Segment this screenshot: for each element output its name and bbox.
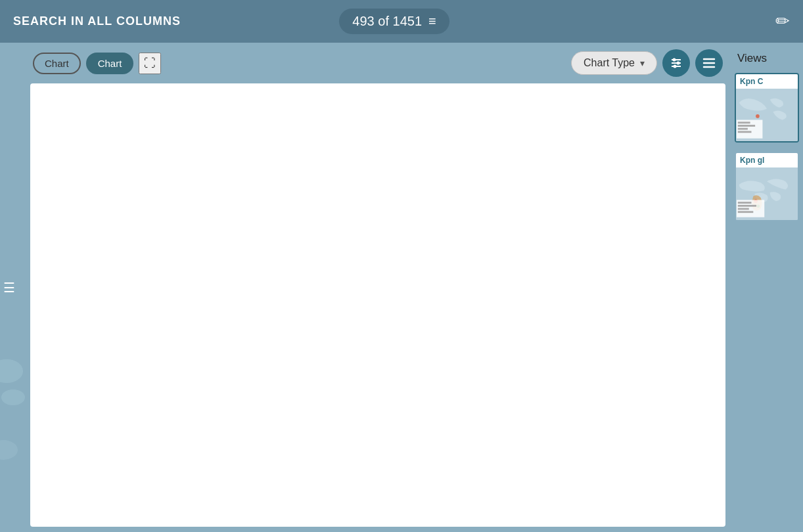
- svg-point-6: [677, 62, 680, 65]
- svg-rect-23: [738, 202, 752, 204]
- svg-rect-26: [738, 211, 754, 213]
- chart-area: [30, 83, 725, 527]
- chevron-down-icon: ▾: [640, 58, 645, 68]
- chart-type-label: Chart Type: [584, 57, 635, 69]
- map-svg-kpn-c: [736, 89, 798, 141]
- chart-tab-filled[interactable]: Chart: [86, 53, 134, 74]
- chart-tab-outline[interactable]: Chart: [33, 53, 81, 74]
- view-card-thumb-kpn-c: [736, 89, 798, 141]
- right-sidebar: Views Kpn C: [731, 43, 803, 532]
- svg-rect-16: [738, 125, 755, 127]
- view-card-thumb-kpn-gl: [736, 167, 798, 220]
- map-svg-kpn-gl: [736, 167, 798, 220]
- record-count: 493 of 1451: [352, 14, 422, 29]
- view-card-title-kpn-gl: Kpn gl: [736, 153, 798, 167]
- svg-rect-25: [738, 208, 749, 210]
- svg-rect-15: [738, 122, 750, 123]
- svg-rect-18: [738, 131, 752, 133]
- view-card-kpn-c[interactable]: Kpn C: [735, 73, 799, 143]
- thumb-map-kpn-c: [736, 89, 798, 141]
- filter-lines-icon[interactable]: ≡: [428, 14, 436, 29]
- expand-icon-button[interactable]: ⛶: [139, 53, 161, 74]
- svg-point-1: [1, 389, 25, 405]
- filter-adjust-button[interactable]: [662, 49, 690, 77]
- header-bar: SEARCH IN ALL COLUMNS 493 of 1451 ≡ ✏: [0, 0, 803, 43]
- sliders-icon: [670, 56, 683, 70]
- view-card-kpn-gl[interactable]: Kpn gl: [735, 152, 799, 221]
- svg-point-4: [673, 58, 676, 62]
- svg-point-8: [674, 65, 677, 68]
- search-label: SEARCH IN ALL COLUMNS: [13, 14, 339, 28]
- svg-point-0: [0, 359, 23, 383]
- view-card-title-kpn-c: Kpn C: [736, 74, 798, 89]
- sidebar-toggle-icon[interactable]: ☰: [3, 280, 15, 296]
- menu-button[interactable]: [695, 49, 723, 77]
- svg-point-2: [0, 440, 18, 460]
- thumb-map-kpn-gl: [736, 167, 798, 220]
- svg-rect-24: [738, 205, 756, 207]
- views-label: Views: [731, 49, 803, 73]
- center-content: Chart Chart ⛶ Chart Type ▾: [25, 43, 731, 532]
- main-layout: ☰ Chart Chart ⛶ Chart Type ▾: [0, 43, 803, 532]
- toolbar: Chart Chart ⛶ Chart Type ▾: [25, 43, 731, 83]
- svg-point-13: [756, 114, 760, 118]
- svg-rect-17: [738, 128, 748, 130]
- edit-icon-button[interactable]: ✏: [775, 11, 790, 32]
- chart-type-dropdown[interactable]: Chart Type ▾: [571, 51, 657, 75]
- record-count-pill: 493 of 1451 ≡: [339, 9, 449, 34]
- left-sidebar: ☰: [0, 43, 25, 532]
- hamburger-icon: [702, 58, 716, 68]
